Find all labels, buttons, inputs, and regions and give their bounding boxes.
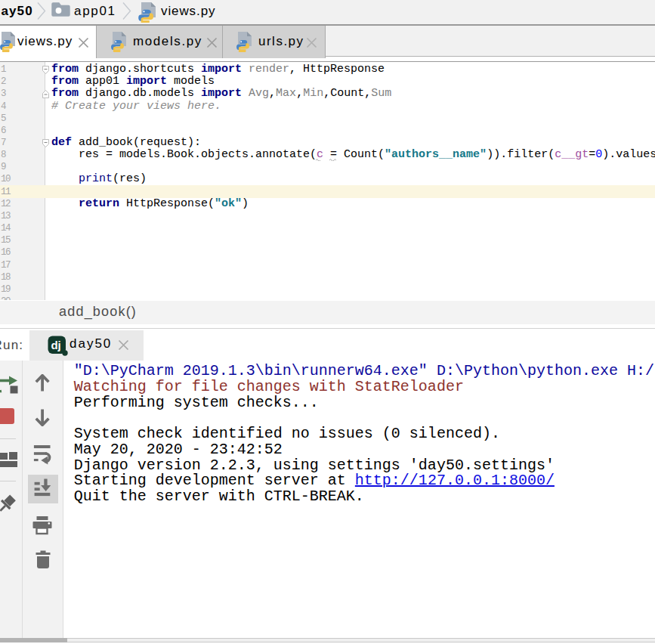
svg-text:dj: dj bbox=[51, 339, 60, 351]
